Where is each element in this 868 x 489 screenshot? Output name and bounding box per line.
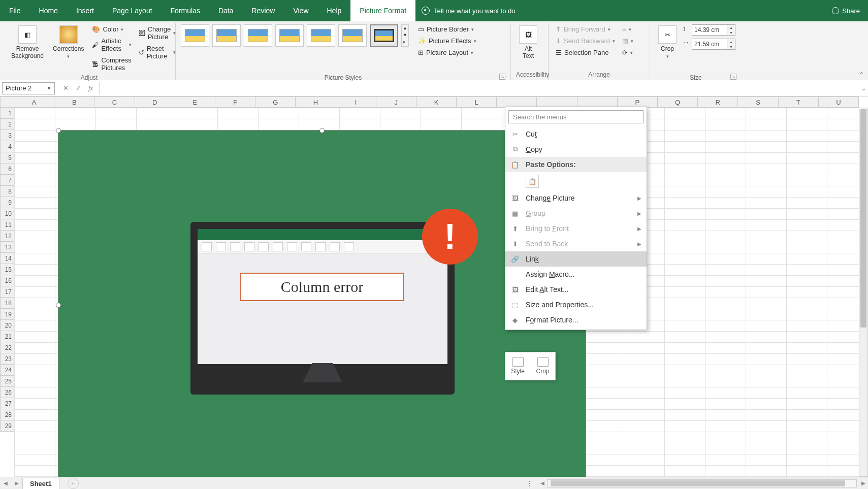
- chevron-down-icon[interactable]: ▼: [47, 86, 51, 91]
- alt-text-button[interactable]: 🖼 Alt Text: [516, 24, 540, 60]
- color-button[interactable]: 🎨Color▾: [90, 24, 133, 34]
- row-header[interactable]: 25: [0, 376, 14, 387]
- context-menu-item-link[interactable]: 🔗Link: [505, 251, 647, 267]
- row-header[interactable]: 1: [0, 108, 14, 119]
- row-header[interactable]: 14: [0, 253, 14, 264]
- tab-view[interactable]: View: [284, 0, 317, 21]
- corrections-button[interactable]: Corrections ▾: [50, 24, 87, 60]
- column-header[interactable]: F: [215, 96, 255, 108]
- column-header[interactable]: U: [819, 96, 859, 108]
- insert-function-button[interactable]: fx: [88, 84, 93, 92]
- picture-effects-button[interactable]: ✨Picture Effects▾: [416, 36, 478, 46]
- picture-styles-launcher[interactable]: ↘: [499, 74, 505, 80]
- resize-handle-w[interactable]: [56, 303, 61, 308]
- column-header[interactable]: D: [135, 96, 175, 108]
- row-header[interactable]: 4: [0, 141, 14, 152]
- column-header[interactable]: A: [14, 96, 54, 108]
- hscroll-left[interactable]: ◄: [538, 479, 547, 487]
- resize-handle-n[interactable]: [319, 128, 325, 133]
- collapse-ribbon-button[interactable]: ⌃: [859, 71, 864, 78]
- column-header[interactable]: E: [175, 96, 215, 108]
- row-header[interactable]: 22: [0, 342, 14, 353]
- row-headers[interactable]: 1234567891011121314151617181920212223242…: [0, 108, 14, 477]
- column-header[interactable]: I: [336, 96, 376, 108]
- column-header[interactable]: P: [618, 96, 658, 108]
- row-header[interactable]: 8: [0, 186, 14, 197]
- reset-picture-button[interactable]: ↺Reset Picture▾: [137, 44, 178, 61]
- row-header[interactable]: 17: [0, 286, 14, 298]
- row-header[interactable]: 5: [0, 152, 14, 164]
- style-thumb-selected[interactable]: [370, 24, 398, 47]
- share-button[interactable]: Share: [832, 7, 860, 15]
- column-header[interactable]: G: [255, 96, 296, 108]
- gallery-more[interactable]: ▾: [402, 39, 408, 46]
- size-launcher[interactable]: ↘: [730, 74, 736, 80]
- shape-width-field[interactable]: ↔ 21.59 cm ▲▼: [683, 39, 735, 50]
- row-header[interactable]: 19: [0, 309, 14, 320]
- new-sheet-button[interactable]: +: [68, 478, 79, 489]
- horizontal-scrollbar[interactable]: [547, 479, 857, 487]
- paste-option-keep-source[interactable]: 📋: [505, 172, 647, 190]
- column-header[interactable]: L: [457, 96, 497, 108]
- height-stepper[interactable]: ▲▼: [727, 24, 735, 36]
- column-header[interactable]: R: [698, 96, 738, 108]
- row-header[interactable]: 7: [0, 175, 14, 186]
- compress-pictures-button[interactable]: 🗜Compress Pictures: [90, 55, 133, 73]
- column-header[interactable]: C: [94, 96, 135, 108]
- select-all-button[interactable]: [0, 96, 14, 108]
- sheet-tab[interactable]: Sheet1: [22, 478, 59, 489]
- style-thumb[interactable]: [212, 24, 241, 47]
- formula-bar-input[interactable]: [99, 82, 859, 94]
- gallery-scroll-up[interactable]: ▲: [402, 25, 408, 32]
- crop-button[interactable]: ✂ Crop ▾: [655, 24, 680, 60]
- row-header[interactable]: 21: [0, 331, 14, 342]
- row-header[interactable]: 9: [0, 197, 14, 208]
- context-menu-search[interactable]: Search the menus: [508, 110, 644, 123]
- column-header[interactable]: H: [296, 96, 336, 108]
- picture-border-button[interactable]: ▭Picture Border▾: [416, 24, 478, 34]
- context-menu-item-format-picture[interactable]: ◆Format Picture...: [505, 312, 647, 328]
- column-header[interactable]: J: [376, 96, 416, 108]
- column-header[interactable]: S: [738, 96, 778, 108]
- row-header[interactable]: 13: [0, 242, 14, 253]
- tab-insert[interactable]: Insert: [67, 0, 103, 21]
- context-menu-item-edit-alt-text[interactable]: 🖼Edit Alt Text...: [505, 282, 647, 297]
- row-header[interactable]: 26: [0, 387, 14, 398]
- tab-home[interactable]: Home: [30, 0, 67, 21]
- column-header[interactable]: K: [416, 96, 457, 108]
- vertical-scroll-thumb[interactable]: [860, 109, 866, 328]
- row-header[interactable]: 10: [0, 208, 14, 219]
- row-header[interactable]: 24: [0, 365, 14, 376]
- picture-layout-button[interactable]: ⊞Picture Layout▾: [416, 48, 478, 57]
- row-header[interactable]: 27: [0, 398, 14, 409]
- tab-picture-format[interactable]: Picture Format: [350, 0, 415, 21]
- width-stepper[interactable]: ▲▼: [727, 39, 735, 50]
- tab-help[interactable]: Help: [318, 0, 351, 21]
- row-header[interactable]: 2: [0, 119, 14, 130]
- row-header[interactable]: 16: [0, 275, 14, 286]
- gallery-scroll-down[interactable]: ▼: [402, 32, 408, 39]
- enter-formula-button[interactable]: ✓: [76, 84, 81, 92]
- mini-crop-button[interactable]: Crop: [530, 352, 555, 380]
- style-thumb[interactable]: [244, 24, 272, 47]
- context-menu-item-size-and-properties[interactable]: ⬚Size and Properties...: [505, 297, 647, 312]
- shape-height-field[interactable]: ↕ 14.39 cm ▲▼: [683, 24, 735, 36]
- column-header[interactable]: [537, 96, 577, 108]
- style-thumb[interactable]: [307, 24, 335, 47]
- row-header[interactable]: 20: [0, 320, 14, 331]
- tab-page-layout[interactable]: Page Layout: [103, 0, 162, 21]
- row-header[interactable]: 6: [0, 164, 14, 175]
- vertical-scrollbar[interactable]: [859, 108, 868, 477]
- tab-review[interactable]: Review: [243, 0, 284, 21]
- style-thumb[interactable]: [181, 24, 209, 47]
- row-header[interactable]: 23: [0, 353, 14, 365]
- artistic-effects-button[interactable]: 🖌Artistic Effects▾: [90, 36, 133, 53]
- context-menu-item-change-picture[interactable]: 🖼Change Picture▶: [505, 190, 647, 206]
- context-menu-item-assign-macro[interactable]: Assign Macro...: [505, 267, 647, 282]
- row-header[interactable]: 28: [0, 409, 14, 420]
- tab-file[interactable]: File: [0, 0, 30, 21]
- row-header[interactable]: 15: [0, 264, 14, 275]
- tab-data[interactable]: Data: [209, 0, 243, 21]
- sheet-nav-prev[interactable]: ◄: [0, 479, 11, 487]
- column-headers[interactable]: ABCDEFGHIJKLPQRSTU: [14, 96, 859, 108]
